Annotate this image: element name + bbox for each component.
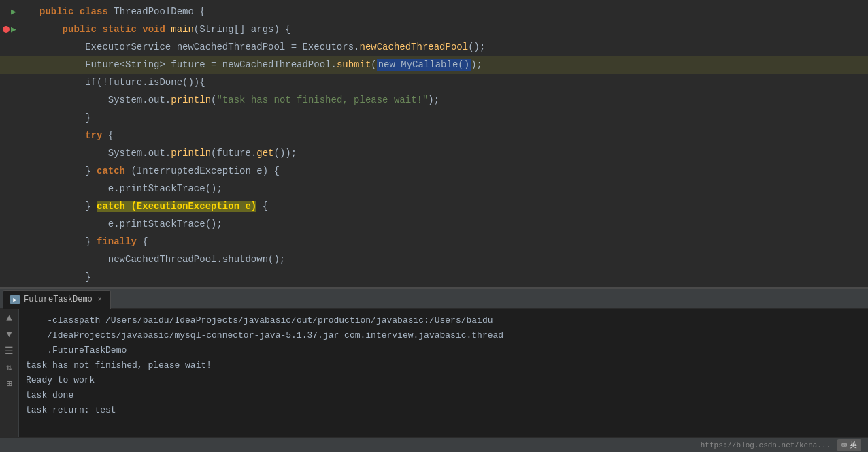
- console-body: ▲ ▼ ☰ ⇅ ⊞ -classpath /Users/baidu/IdeaPr…: [0, 309, 868, 437]
- code-text: try {: [34, 127, 868, 144]
- code-line: e.printStackTrace();: [0, 215, 868, 233]
- scroll-down-button[interactable]: ▼: [3, 328, 16, 340]
- console-output-line: task has not finished, please wait!: [26, 358, 861, 373]
- code-line: } catch (InterruptedException e) {: [0, 162, 868, 180]
- console-tab-futuretaskdemo[interactable]: ▶ FutureTaskDemo ×: [3, 290, 111, 309]
- line-gutter: [0, 127, 34, 144]
- line-gutter: [0, 56, 34, 74]
- code-line: }: [0, 109, 868, 127]
- code-line: ▶ public static void main(String[] args)…: [0, 20, 868, 38]
- console-sidebar: ▲ ▼ ☰ ⇅ ⊞: [0, 309, 19, 437]
- console-output-line: .FutureTaskDemo: [26, 343, 861, 358]
- line-gutter: [0, 38, 34, 56]
- code-text: newCachedThreadPool.shutdown();: [34, 251, 868, 268]
- code-text: }: [34, 109, 868, 127]
- line-gutter: [0, 268, 34, 286]
- console-tab-icon: ▶: [10, 295, 20, 304]
- line-gutter: [0, 215, 34, 233]
- line-gutter: [0, 91, 34, 109]
- code-text: public class ThreadPoolDemo {: [34, 3, 868, 20]
- code-line: System.out.println("task has not finishe…: [0, 91, 868, 109]
- console-output-line: task return: test: [26, 403, 861, 418]
- code-text: } catch (ExecutionException e) {: [34, 197, 868, 215]
- ime-icon: ⌨: [841, 440, 847, 451]
- code-line: if(!future.isDone()){: [0, 74, 868, 91]
- line-gutter: [0, 162, 34, 180]
- arrow-indicator: ▶: [11, 24, 16, 35]
- code-content: ▶public class ThreadPoolDemo {▶ public s…: [0, 0, 868, 287]
- code-line: }: [0, 286, 868, 287]
- console-tab-label: FutureTaskDemo: [24, 295, 93, 304]
- code-text: e.printStackTrace();: [34, 215, 868, 233]
- code-line: } catch (ExecutionException e) {: [0, 197, 868, 215]
- settings-button[interactable]: ⊞: [3, 377, 16, 389]
- scroll-up-button[interactable]: ▲: [3, 312, 16, 324]
- line-gutter: ▶: [0, 3, 34, 20]
- code-text: Future<String> future = newCachedThreadP…: [34, 56, 868, 74]
- line-gutter: [0, 251, 34, 268]
- status-bar: https://blog.csdn.net/kena... ⌨ 英: [0, 437, 868, 452]
- line-gutter: ▶: [0, 20, 34, 38]
- list-view-button[interactable]: ☰: [3, 344, 16, 357]
- line-gutter: [0, 74, 34, 91]
- code-text: }: [34, 286, 868, 287]
- console-tab-close[interactable]: ×: [97, 295, 103, 304]
- code-line: System.out.println(future.get());: [0, 144, 868, 162]
- line-gutter: [0, 144, 34, 162]
- arrow-indicator: ▶: [11, 6, 16, 17]
- code-text: } catch (InterruptedException e) {: [34, 162, 868, 180]
- line-gutter: [0, 180, 34, 197]
- console-output: -classpath /Users/baidu/IdeaProjects/jav…: [19, 309, 868, 437]
- code-text: System.out.println("task has not finishe…: [34, 91, 868, 109]
- code-line: ExecutorService newCachedThreadPool = Ex…: [0, 38, 868, 56]
- line-gutter: [0, 109, 34, 127]
- breakpoint-dot[interactable]: [3, 26, 10, 33]
- ime-indicator[interactable]: ⌨ 英: [837, 439, 861, 451]
- code-text: } finally {: [34, 233, 868, 251]
- code-text: if(!future.isDone()){: [34, 74, 868, 91]
- code-line: e.printStackTrace();: [0, 180, 868, 197]
- code-line: Future<String> future = newCachedThreadP…: [0, 56, 868, 74]
- console-output-line: Ready to work: [26, 373, 861, 388]
- code-line: } finally {: [0, 233, 868, 251]
- code-text: ExecutorService newCachedThreadPool = Ex…: [34, 38, 868, 56]
- line-gutter: [0, 197, 34, 215]
- console-output-line: -classpath /Users/baidu/IdeaProjects/jav…: [26, 313, 861, 328]
- ime-lang: 英: [850, 440, 857, 450]
- code-line: newCachedThreadPool.shutdown();: [0, 251, 868, 268]
- code-line: ▶public class ThreadPoolDemo {: [0, 3, 868, 20]
- console-output-line: /IdeaProjects/javabasic/mysql-connector-…: [26, 328, 861, 343]
- code-line: }: [0, 268, 868, 286]
- console-output-line: task done: [26, 388, 861, 403]
- line-gutter: [0, 233, 34, 251]
- code-text: public static void main(String[] args) {: [34, 20, 868, 38]
- code-text: e.printStackTrace();: [34, 180, 868, 197]
- editor-area: ▶public class ThreadPoolDemo {▶ public s…: [0, 0, 868, 287]
- code-text: }: [34, 268, 868, 286]
- code-line: try {: [0, 127, 868, 144]
- console-tabs: ▶ FutureTaskDemo ×: [0, 289, 868, 309]
- code-text: System.out.println(future.get());: [34, 144, 868, 162]
- sort-button[interactable]: ⇅: [3, 361, 16, 373]
- status-url: https://blog.csdn.net/kena...: [701, 441, 831, 449]
- console-panel: ▶ FutureTaskDemo × ▲ ▼ ☰ ⇅ ⊞ -classpath …: [0, 287, 868, 437]
- line-gutter: [0, 286, 34, 287]
